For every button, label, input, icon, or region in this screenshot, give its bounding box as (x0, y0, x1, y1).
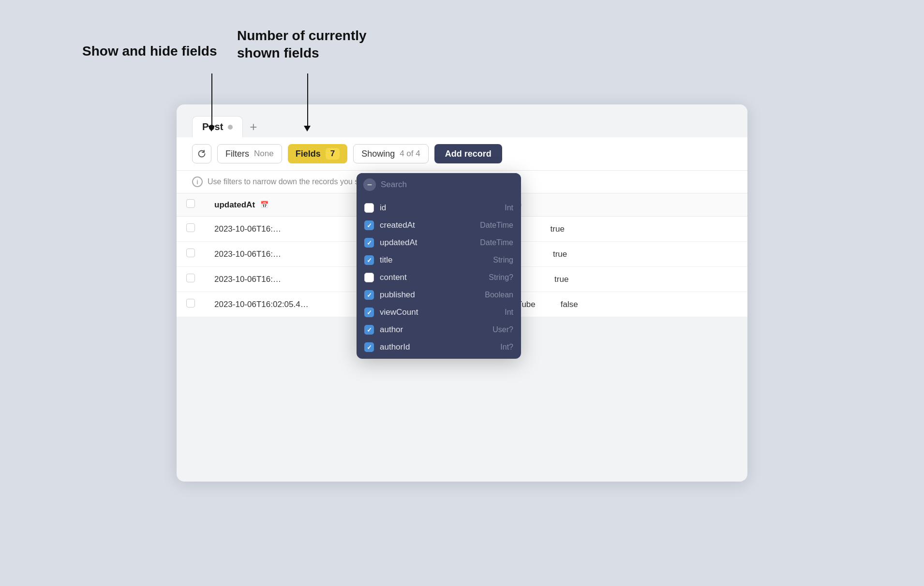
tab-dot-icon (228, 125, 233, 130)
field-checkbox-id[interactable] (364, 203, 374, 213)
field-item-title[interactable]: title String (357, 251, 521, 269)
field-type-title: String (493, 256, 513, 264)
tab-bar: Post + (177, 104, 747, 137)
field-checkbox-title[interactable] (364, 255, 374, 265)
field-type-content: String? (489, 273, 513, 282)
showing-button[interactable]: Showing 4 of 4 (353, 144, 429, 163)
annotation-show-hide-fields: Show and hide fields (82, 44, 217, 59)
annotation-number-shown: Number of currently shown fields (237, 27, 367, 62)
field-item-author[interactable]: author User? (357, 321, 521, 338)
field-checkbox-viewCount[interactable] (364, 308, 374, 317)
refresh-button[interactable] (192, 144, 211, 163)
fields-label: Fields (296, 149, 321, 159)
field-type-published: Boolean (485, 291, 513, 299)
showing-label: Showing (361, 149, 395, 159)
field-name-content: content (380, 273, 483, 282)
field-item-authorId[interactable]: authorId Int? (357, 338, 521, 356)
field-type-updatedAt: DateTime (480, 238, 513, 247)
field-type-id: Int (505, 204, 513, 212)
field-name-title: title (380, 255, 487, 265)
field-checkbox-authorId[interactable] (364, 342, 374, 352)
filters-value: None (254, 149, 274, 159)
field-name-viewCount: viewCount (380, 308, 499, 317)
field-item-createdAt[interactable]: createdAt DateTime (357, 217, 521, 234)
row-checkbox[interactable] (186, 299, 195, 308)
dropdown-minus-button[interactable]: − (363, 178, 376, 191)
field-item-published[interactable]: published Boolean (357, 286, 521, 304)
select-all-header[interactable] (177, 193, 205, 217)
field-name-updatedAt: updatedAt (380, 238, 474, 248)
field-type-viewCount: Int (505, 308, 513, 317)
field-item-updatedAt[interactable]: updatedAt DateTime (357, 234, 521, 251)
field-name-published: published (380, 290, 479, 300)
field-type-authorId: Int? (500, 343, 513, 352)
fields-button[interactable]: Fields 7 (288, 144, 347, 163)
field-checkbox-published[interactable] (364, 290, 374, 300)
field-name-id: id (380, 203, 499, 213)
field-checkbox-createdAt[interactable] (364, 220, 374, 230)
refresh-icon (197, 149, 206, 158)
filters-label: Filters (225, 149, 249, 159)
select-all-checkbox[interactable] (186, 199, 195, 208)
row-checkbox[interactable] (186, 223, 195, 232)
field-name-author: author (380, 325, 487, 335)
field-checkbox-author[interactable] (364, 325, 374, 335)
add-tab-button[interactable]: + (243, 117, 264, 137)
row-checkbox[interactable] (186, 274, 195, 282)
info-icon: i (192, 176, 203, 187)
field-checkbox-updatedAt[interactable] (364, 238, 374, 248)
calendar-icon: 📅 (260, 201, 269, 209)
fields-count-badge: 7 (326, 148, 340, 160)
dropdown-field-list: id Int createdAt DateTime updatedAt Date… (357, 196, 521, 359)
row-checkbox[interactable] (186, 249, 195, 257)
toolbar: Filters None Fields 7 Showing 4 of 4 Add… (177, 137, 747, 171)
fields-search-input[interactable] (381, 178, 514, 191)
field-type-createdAt: DateTime (480, 221, 513, 230)
tab-post-label: Post (202, 121, 223, 132)
fields-dropdown: − id Int createdAt DateTime (357, 173, 521, 359)
field-item-id[interactable]: id Int (357, 199, 521, 217)
field-name-createdAt: createdAt (380, 220, 474, 230)
tab-post[interactable]: Post (192, 116, 243, 137)
add-record-button[interactable]: Add record (434, 144, 502, 163)
dropdown-header: − (357, 173, 521, 196)
field-type-author: User? (492, 325, 513, 334)
field-item-content[interactable]: content String? (357, 269, 521, 286)
showing-value: 4 of 4 (400, 149, 420, 159)
main-card: Post + Filters None Fields 7 S (177, 104, 747, 482)
field-name-authorId: authorId (380, 342, 494, 352)
field-checkbox-content[interactable] (364, 273, 374, 282)
field-item-viewCount[interactable]: viewCount Int (357, 304, 521, 321)
filters-button[interactable]: Filters None (217, 144, 282, 163)
